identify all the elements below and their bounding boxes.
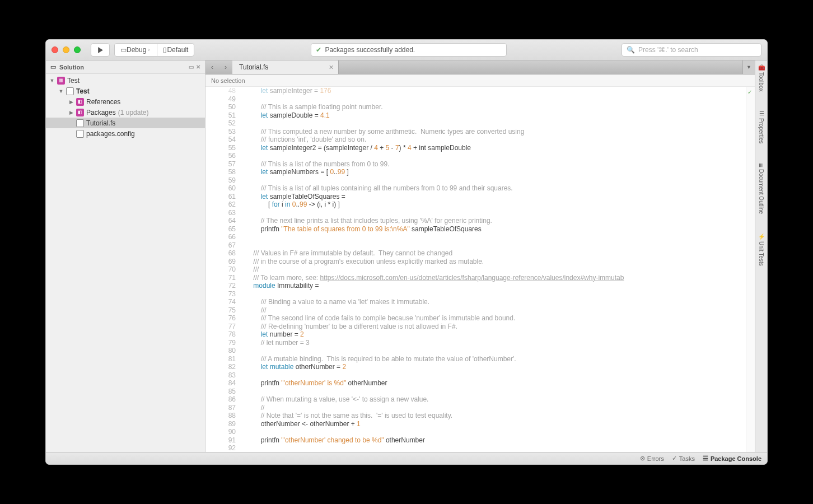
console-icon: ☰	[703, 455, 708, 462]
panel-header: ▭ Solution ▭✕	[46, 60, 205, 74]
unit-tests-tab[interactable]: ⚡Unit Tests	[758, 233, 764, 266]
tree-file-packages-config[interactable]: ⟨⟩packages.config	[46, 128, 205, 139]
nav-back-button[interactable]: ‹	[205, 60, 219, 74]
run-button[interactable]	[91, 43, 110, 57]
solution-explorer: ▭ Solution ▭✕ ▼▦Test ▼Test ▶◧References …	[46, 60, 205, 452]
tab-overflow-button[interactable]: ▼	[742, 60, 755, 74]
outline-icon: ≣	[758, 163, 764, 167]
close-icon[interactable]	[52, 46, 58, 53]
document-outline-tab[interactable]: ≣Document Outline	[758, 163, 764, 214]
search-input[interactable]: 🔍 Press '⌘.' to search	[622, 43, 761, 57]
tree-project[interactable]: ▼Test	[46, 86, 205, 96]
tree-solution[interactable]: ▼▦Test	[46, 75, 205, 86]
marker-strip: ✓	[746, 87, 755, 452]
app-window: ▭ Debug› ▯ Default ✔ Packages successful…	[45, 39, 768, 465]
panel-title: Solution	[59, 64, 84, 71]
tree-references[interactable]: ▶◧References	[46, 96, 205, 107]
check-icon: ✓	[672, 455, 677, 462]
status-text: Packages successfully added.	[325, 46, 415, 54]
search-icon: 🔍	[627, 46, 635, 54]
search-placeholder: Press '⌘.' to search	[638, 46, 698, 54]
breadcrumb[interactable]: No selection	[205, 74, 755, 87]
tab-tutorial[interactable]: Tutorial.fs ✕	[232, 60, 339, 74]
tests-icon: ⚡	[758, 233, 764, 240]
tree-packages[interactable]: ▶◧Packages (1 update)	[46, 107, 205, 118]
tree-file-tutorial[interactable]: {}Tutorial.fs	[46, 118, 205, 128]
properties-tab[interactable]: ☰Properties	[758, 110, 764, 144]
code-editor[interactable]: 48 let sampleInteger = 1764950 /// This …	[205, 87, 746, 452]
tasks-panel-button[interactable]: ✓Tasks	[672, 455, 695, 462]
solution-tree: ▼▦Test ▼Test ▶◧References ▶◧Packages (1 …	[46, 74, 205, 139]
status-bar: ✔ Packages successfully added.	[311, 43, 507, 57]
check-icon: ✓	[747, 89, 752, 95]
tab-close-icon[interactable]: ✕	[329, 64, 334, 71]
minimize-icon[interactable]	[63, 46, 69, 53]
titlebar: ▭ Debug› ▯ Default ✔ Packages successful…	[46, 40, 767, 60]
toolbox-tab[interactable]: 🧰Toolbox	[758, 64, 764, 91]
package-console-button[interactable]: ☰Package Console	[703, 455, 761, 462]
properties-icon: ☰	[758, 110, 764, 116]
target-label: Default	[167, 46, 188, 54]
target-select[interactable]: ▯ Default	[157, 43, 194, 57]
nav-forward-button[interactable]: ›	[219, 60, 232, 74]
maximize-icon[interactable]	[74, 46, 81, 53]
window-controls	[52, 46, 81, 53]
tab-label: Tutorial.fs	[239, 63, 268, 71]
error-icon: ⊗	[640, 455, 645, 462]
panel-close-icon[interactable]: ✕	[196, 64, 200, 70]
right-tool-dock: 🧰Toolbox ☰Properties ≣Document Outline ⚡…	[755, 60, 767, 452]
statusbar: ⊗Errors ✓Tasks ☰Package Console	[46, 452, 767, 464]
errors-panel-button[interactable]: ⊗Errors	[640, 455, 664, 462]
solution-panel-icon: ▭	[50, 63, 56, 71]
tab-bar: ‹ › Tutorial.fs ✕ ▼	[205, 60, 755, 74]
run-config: ▭ Debug› ▯ Default	[114, 43, 194, 57]
editor-area: ‹ › Tutorial.fs ✕ ▼ No selection 48 let …	[205, 60, 755, 452]
config-select[interactable]: ▭ Debug›	[114, 43, 157, 57]
config-label: Debug	[127, 46, 146, 54]
panel-pin-icon[interactable]: ▭	[189, 64, 194, 70]
toolbox-icon: 🧰	[758, 64, 764, 71]
